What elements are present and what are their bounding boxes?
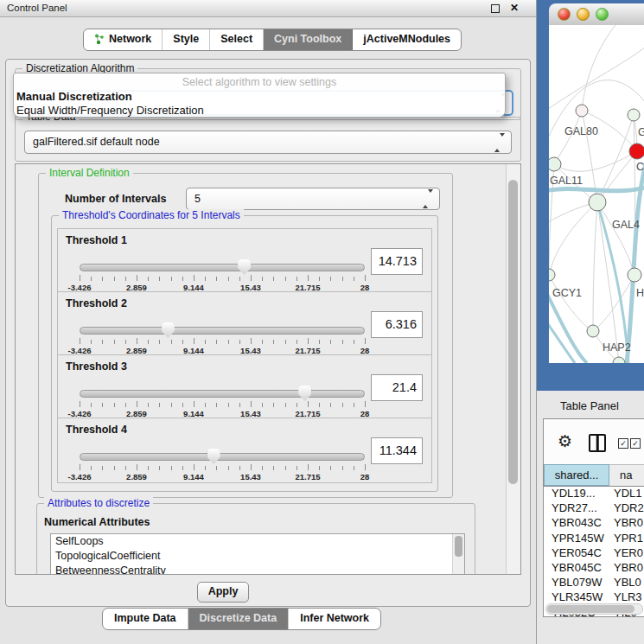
cell-shared-name[interactable]: YDL19... bbox=[544, 486, 609, 501]
cell-name[interactable]: YDR2 bbox=[609, 501, 644, 515]
close-window-icon[interactable]: ✕ bbox=[510, 2, 519, 14]
threshold-value-field[interactable]: 6.316 bbox=[371, 311, 423, 338]
tab-style[interactable]: Style bbox=[163, 29, 210, 50]
gear-icon[interactable]: ⚙ bbox=[558, 431, 572, 451]
table-row[interactable]: YDR27...YDR2 bbox=[544, 501, 644, 515]
apply-button[interactable]: Apply bbox=[197, 582, 249, 603]
network-canvas[interactable]: GAL80GACGAL11GAL4GCY1HHAP2 bbox=[549, 25, 644, 363]
threshold-panel-1: Threshold 1-3.4262.8599.14415.4321.71528… bbox=[57, 228, 432, 294]
network-edge-highlighted[interactable] bbox=[627, 163, 644, 363]
cell-name[interactable]: YBR0 bbox=[609, 560, 644, 575]
attribute-item-topologicalcoefficient[interactable]: TopologicalCoefficient bbox=[51, 549, 464, 564]
threshold-slider-2[interactable]: -3.4262.8599.14415.4321.71528 bbox=[80, 323, 365, 353]
table-row[interactable]: YER054CYER0 bbox=[544, 545, 644, 560]
slider-tick bbox=[296, 403, 297, 407]
cell-name[interactable]: YDL1 bbox=[609, 486, 644, 501]
column-header-name[interactable]: na bbox=[609, 464, 644, 486]
slider-thumb[interactable] bbox=[207, 449, 220, 464]
close-traffic-light-icon[interactable] bbox=[558, 8, 571, 21]
network-node-gcy1[interactable] bbox=[549, 269, 555, 281]
slider-tick bbox=[114, 340, 115, 344]
settings-vertical-scrollbar[interactable] bbox=[506, 164, 520, 574]
numerical-attributes-list[interactable]: SelfLoopsTopologicalCoefficientBetweenne… bbox=[50, 533, 465, 575]
checkbox-icon[interactable]: ✓ bbox=[618, 438, 628, 449]
network-window-titlebar[interactable] bbox=[549, 3, 644, 26]
checkbox-icon[interactable]: ✓ bbox=[630, 438, 641, 449]
network-node-h[interactable] bbox=[628, 268, 641, 282]
network-node-ga[interactable] bbox=[628, 109, 640, 121]
float-window-icon[interactable] bbox=[491, 4, 500, 13]
network-edge[interactable] bbox=[554, 151, 637, 171]
attribute-item-selfloops[interactable]: SelfLoops bbox=[51, 534, 464, 549]
threshold-value-field[interactable]: 21.4 bbox=[371, 374, 423, 401]
threshold-slider-3[interactable]: -3.4262.8599.14415.4321.71528 bbox=[80, 386, 365, 416]
bottom-tab-discretize-data[interactable]: Discretize Data bbox=[188, 609, 290, 629]
table-row[interactable]: YBR045CYBR0 bbox=[544, 560, 644, 575]
algorithm-option-equal-width-frequency-discretization[interactable]: Equal Width/Frequency Discretization bbox=[16, 104, 204, 117]
table-row[interactable]: YDL19...YDL1 bbox=[544, 486, 644, 501]
scrollbar-thumb[interactable] bbox=[508, 180, 518, 484]
threshold-slider-1[interactable]: -3.4262.8599.14415.4321.71528 bbox=[80, 260, 365, 290]
tab-network[interactable]: Network bbox=[84, 29, 163, 50]
threshold-value-field[interactable]: 11.344 bbox=[371, 437, 423, 464]
slider-tick bbox=[239, 277, 240, 281]
tab-jactivemnodules[interactable]: jActiveMNodules bbox=[353, 29, 461, 50]
cell-name[interactable]: YLR3 bbox=[609, 590, 644, 604]
algorithm-option-manual-discretization[interactable]: Manual Discretization bbox=[16, 90, 132, 103]
network-edge[interactable] bbox=[582, 25, 615, 111]
slider-thumb[interactable] bbox=[298, 386, 311, 401]
cell-shared-name[interactable]: YER054C bbox=[544, 545, 609, 560]
attribute-item-betweennesscentrality[interactable]: BetweennessCentrality bbox=[51, 564, 464, 575]
bottom-tab-infer-network[interactable]: Infer Network bbox=[289, 609, 380, 629]
minimize-traffic-light-icon[interactable] bbox=[577, 8, 590, 21]
network-node-gal11[interactable] bbox=[549, 157, 561, 171]
network-edge[interactable] bbox=[593, 202, 597, 331]
tab-label: Style bbox=[173, 33, 199, 45]
table-row[interactable]: YPR145WYPR1 bbox=[544, 531, 644, 545]
slider-tick bbox=[308, 338, 309, 344]
network-node-gal4[interactable] bbox=[589, 194, 606, 211]
table-data-combobox[interactable]: galFiltered.sif default node bbox=[24, 131, 512, 154]
split-columns-icon[interactable] bbox=[589, 434, 606, 452]
tab-cyni-toolbox[interactable]: Cyni Toolbox bbox=[264, 29, 353, 50]
interval-definition-group: Interval Definition Number of Intervals … bbox=[38, 173, 453, 498]
cell-name[interactable]: YBR0 bbox=[609, 515, 644, 530]
column-header-shared-name[interactable]: shared... bbox=[544, 464, 609, 486]
table-row[interactable]: YLR345WYLR3 bbox=[544, 590, 644, 604]
attributes-list-scrollbar[interactable] bbox=[452, 534, 464, 575]
cell-shared-name[interactable]: YDR27... bbox=[544, 501, 609, 515]
cell-shared-name[interactable]: YBL079W bbox=[544, 575, 609, 590]
slider-tick bbox=[114, 403, 115, 407]
network-node[interactable] bbox=[613, 357, 625, 363]
slider-track[interactable] bbox=[80, 327, 365, 335]
slider-track[interactable] bbox=[80, 453, 365, 461]
slider-track[interactable] bbox=[80, 264, 365, 271]
number-of-intervals-combobox[interactable]: 5 bbox=[186, 188, 440, 210]
discretize-panel: Discretization Algorithm Table Data galF… bbox=[5, 59, 531, 607]
network-node-gal80[interactable] bbox=[576, 105, 588, 117]
network-edge-highlighted[interactable] bbox=[549, 188, 644, 191]
bottom-tab-impute-data[interactable]: Impute Data bbox=[103, 609, 188, 629]
cell-name[interactable]: YBL0 bbox=[609, 575, 644, 590]
cell-shared-name[interactable]: YPR145W bbox=[544, 531, 609, 545]
threshold-slider-4[interactable]: -3.4262.8599.14415.4321.71528 bbox=[80, 450, 365, 479]
slider-track[interactable] bbox=[80, 390, 365, 398]
cell-shared-name[interactable]: YBR045C bbox=[544, 560, 609, 575]
cell-name[interactable]: YER0 bbox=[609, 545, 644, 560]
tab-select[interactable]: Select bbox=[210, 29, 264, 50]
network-edge[interactable] bbox=[549, 275, 593, 331]
cell-shared-name[interactable]: YLR345W bbox=[544, 590, 609, 604]
network-node-hap2[interactable] bbox=[587, 325, 599, 337]
slider-thumb[interactable] bbox=[162, 322, 175, 338]
slider-tick bbox=[342, 340, 343, 344]
slider-thumb[interactable] bbox=[238, 259, 251, 275]
threshold-value-field[interactable]: 14.713 bbox=[371, 248, 423, 275]
network-node-c[interactable] bbox=[629, 143, 644, 159]
network-edge[interactable] bbox=[549, 202, 597, 275]
cell-name[interactable]: YPR1 bbox=[609, 531, 644, 545]
cell-shared-name[interactable]: YBR043C bbox=[544, 515, 609, 530]
table-row[interactable]: YBR043CYBR0 bbox=[544, 515, 644, 530]
zoom-traffic-light-icon[interactable] bbox=[596, 8, 609, 21]
table-row[interactable]: YBL079WYBL0 bbox=[544, 575, 644, 590]
table-horizontal-scrollbar[interactable] bbox=[545, 603, 643, 615]
